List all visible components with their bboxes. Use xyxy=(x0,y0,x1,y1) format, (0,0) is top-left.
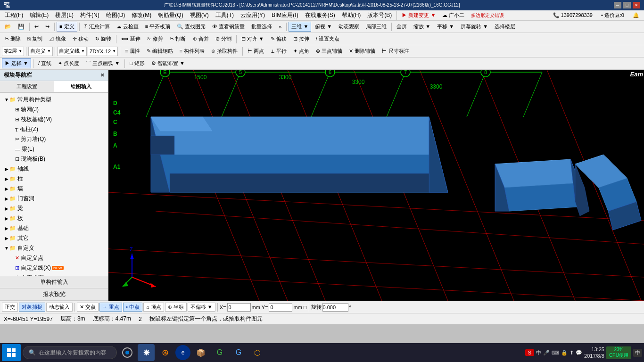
select-mode-btn[interactable]: ▶ 选择 ▼ xyxy=(2,58,31,68)
keyboard-icon[interactable]: ⌨ xyxy=(552,350,559,356)
notif-btn[interactable]: 🔔 xyxy=(630,11,642,20)
coin-btn[interactable]: • 造价豆:0 xyxy=(598,10,627,20)
menu-project[interactable]: 工程(F) xyxy=(2,10,26,20)
find-btn[interactable]: 🔍 查找图元 xyxy=(174,22,208,32)
screen-rotate-btn[interactable]: 屏幕旋转 ▼ xyxy=(458,22,491,32)
rotate-btn2[interactable]: ↻ 旋转 xyxy=(92,34,114,44)
tree-frame-column[interactable]: T 框柱(Z) xyxy=(2,124,106,134)
menu-edit[interactable]: 编辑(E) xyxy=(27,10,51,20)
zoom-btn[interactable]: 缩放 ▼ xyxy=(411,22,433,32)
cpu-usage[interactable]: 23% CPU使用 xyxy=(606,346,631,359)
taskbar-app3[interactable]: e xyxy=(175,345,190,360)
trim-btn[interactable]: ✁ 修剪 xyxy=(144,34,166,44)
batch-select-btn[interactable]: 批量选择 xyxy=(248,22,275,32)
tree-custom-folder[interactable]: ▼ 📁 自定义 xyxy=(2,243,106,253)
intersect-snap-btn[interactable]: ✕ 交点 xyxy=(77,303,99,312)
open-btn[interactable]: 📂 xyxy=(2,22,14,31)
tree-slab-folder[interactable]: ▶ 📁 板 xyxy=(2,214,106,223)
midpoint-snap-btn[interactable]: → 重点 xyxy=(99,303,122,312)
point-length-btn[interactable]: ✦ 点长度 xyxy=(55,58,82,68)
line-draw-btn[interactable]: / 直线 xyxy=(35,58,54,68)
dimension-btn[interactable]: ⊢ 尺寸标注 xyxy=(379,46,412,56)
menu-draw[interactable]: 绘图(D) xyxy=(103,10,128,20)
smart-place-btn[interactable]: ⚙ 智能布置 ▼ xyxy=(149,58,188,68)
sum-btn[interactable]: Σ 汇总计算 xyxy=(82,22,113,32)
point-angle-btn[interactable]: ✦ 点角 xyxy=(290,46,312,56)
view-qty-btn[interactable]: 👁 查看钢筋量 xyxy=(209,22,248,32)
tree-door-window[interactable]: ▶ 📁 门窗洞 xyxy=(2,194,106,204)
taskbar-app-cortana[interactable] xyxy=(119,344,136,361)
mic-icon[interactable]: 🎤 xyxy=(543,350,550,356)
offset-btn[interactable]: ✎ 偏移 xyxy=(268,34,289,44)
line-selector[interactable]: 自定义线 ▼ xyxy=(57,47,87,56)
center-snap-btn[interactable]: • 中点 xyxy=(123,303,142,312)
new-change-btn[interactable]: ▶ 新建变更 ▼ xyxy=(399,10,438,20)
notification-icon[interactable]: 💬 xyxy=(576,350,582,356)
rect-draw-btn[interactable]: □ 矩形 xyxy=(127,58,148,68)
tree-beam[interactable]: — 梁(L) xyxy=(2,144,106,154)
taskbar-search[interactable]: 🔍 在这里输入你要搜索的内容 xyxy=(23,346,117,359)
viewport[interactable]: E 5 6 7 8 1500 3300 3300 3300 D C4 C B A… xyxy=(108,70,644,301)
tree-axis-line[interactable]: ▶ 📁 轴线 xyxy=(2,164,106,174)
guangxiao-btn[interactable]: ☁ 广小二 xyxy=(439,10,467,20)
copy-btn[interactable]: ⎘ 复制 xyxy=(25,34,45,44)
property-btn[interactable]: ≡ 属性 xyxy=(122,46,142,56)
taskbar-app6[interactable]: G xyxy=(230,344,247,361)
x-value-input[interactable] xyxy=(227,303,251,312)
tree-wall[interactable]: ▶ 📁 墙 xyxy=(2,184,106,194)
break-btn[interactable]: ✂ 打断 xyxy=(167,34,189,44)
taskbar-app1[interactable]: ❋ xyxy=(138,344,155,361)
input-method-icon[interactable]: 中 xyxy=(633,349,642,357)
menu-component[interactable]: 构件(N) xyxy=(77,10,102,20)
tree-column[interactable]: ▶ 📁 柱 xyxy=(2,174,106,184)
menu-view[interactable]: 视图(V) xyxy=(187,10,212,20)
mirror-btn[interactable]: ⊿ 镜像 xyxy=(46,34,69,44)
menu-cloud[interactable]: 云应用(Y) xyxy=(238,10,268,20)
tree-custom-line[interactable]: ⊞ 自定义线(X) NEW xyxy=(2,263,106,273)
select-floor-btn[interactable]: 选择楼层 xyxy=(492,22,518,32)
lang-cn-icon[interactable]: 中 xyxy=(536,349,541,356)
move-btn[interactable]: ✛ 移动 xyxy=(70,34,91,44)
stretch-btn[interactable]: ⊡ 拉伸 xyxy=(290,34,312,44)
y-value-input[interactable] xyxy=(269,303,292,312)
menu-help[interactable]: 帮助(H) xyxy=(339,10,364,20)
phone-btn[interactable]: 📞 13907298339 xyxy=(550,11,595,20)
menu-online[interactable]: 在线服务(S) xyxy=(302,10,338,20)
rotate-input[interactable] xyxy=(322,303,348,312)
del-aux-btn[interactable]: ✕ 删除辅轴 xyxy=(346,46,378,56)
menu-tools[interactable]: 工具(T) xyxy=(213,10,237,20)
pick-component-btn[interactable]: ⊕ 拾取构件 xyxy=(208,46,240,56)
3d-btn[interactable]: 三维 ▼ xyxy=(289,22,311,32)
tree-axis-grid[interactable]: ⊞ 轴网(J) xyxy=(2,105,106,115)
component-list-btn[interactable]: ≡ 构件列表 xyxy=(177,46,207,56)
tree-others[interactable]: ▶ 📁 其它 xyxy=(2,233,106,243)
menu-version[interactable]: 版本号(B) xyxy=(364,10,395,20)
taskbar-app2[interactable]: ⊛ xyxy=(157,344,173,361)
menu-qty[interactable]: 钢筋量(Q) xyxy=(155,10,186,20)
pan-btn[interactable]: 平移 ▼ xyxy=(434,22,457,32)
save-btn[interactable]: 💾 xyxy=(15,22,27,31)
dynamic-input-btn[interactable]: 动态输入 xyxy=(46,303,73,312)
more-toolbar-btn[interactable]: » xyxy=(276,23,284,31)
single-component-btn[interactable]: 单构件输入 xyxy=(0,276,108,288)
tree-common-components[interactable]: ▼ 📁 常用构件类型 xyxy=(2,95,106,105)
tree-raft-foundation[interactable]: ⊟ 筏板基础(M) xyxy=(2,115,106,124)
dynamic-view-btn[interactable]: 动态观察 xyxy=(336,22,362,32)
report-preview-btn[interactable]: 报表预览 xyxy=(0,288,108,301)
minimize-btn[interactable]: ─ xyxy=(614,2,621,8)
drawing-input-tab[interactable]: 绘图输入 xyxy=(54,81,108,92)
project-settings-tab[interactable]: 工程设置 xyxy=(0,81,54,92)
local-3d-btn[interactable]: 局部三维 xyxy=(363,22,389,32)
ortho-snap-btn[interactable]: 正交 xyxy=(2,303,18,312)
no-offset-btn[interactable]: 不偏移 ▼ xyxy=(188,303,215,312)
extend-btn[interactable]: ⟺ 延伸 xyxy=(118,34,143,44)
antivirus-icon[interactable]: S xyxy=(525,349,534,356)
fullscreen-btn[interactable]: 全屏 xyxy=(394,22,410,32)
split-btn[interactable]: ⊘ 分割 xyxy=(213,34,234,44)
tree-foundation[interactable]: ▶ 📁 基础 xyxy=(2,223,106,233)
edit-rebar-btn[interactable]: ✎ 编辑钢筋 xyxy=(144,46,176,56)
align-btn[interactable]: ⊟ 对齐 ▼ xyxy=(239,34,267,44)
set-grip-btn[interactable]: / 设置夹点 xyxy=(313,34,342,44)
tree-beam-folder[interactable]: ▶ 📁 梁 xyxy=(2,204,106,214)
font-selector[interactable]: ZDYX-12 ▼ xyxy=(88,47,118,56)
